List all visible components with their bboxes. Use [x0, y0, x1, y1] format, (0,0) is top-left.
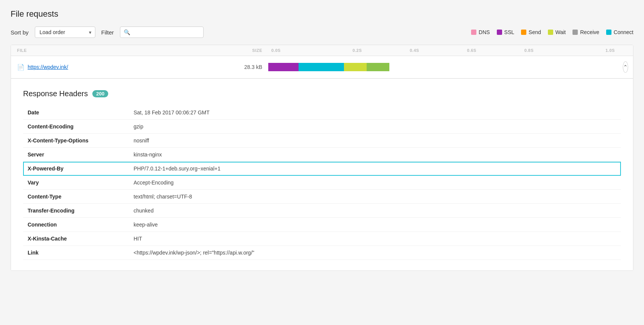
ssl-dot — [497, 30, 502, 35]
header-value: gzip — [129, 120, 621, 134]
file-size: 28.3 kB — [230, 59, 268, 75]
tick-0: 0.0s — [271, 48, 328, 53]
bar-receive — [367, 63, 389, 71]
response-headers-heading: Response Headers 200 — [23, 89, 621, 98]
ssl-label: SSL — [504, 29, 514, 35]
legend-item-send: Send — [521, 29, 541, 35]
status-badge: 200 — [92, 90, 108, 97]
file-column-header: FILE — [11, 48, 230, 53]
header-value: chunked — [129, 204, 621, 218]
table-header: FILE SIZE 0.0s 0.2s 0.4s 0.6s 0.8s 1.0s — [11, 45, 633, 56]
header-row: X-Powered-ByPHP/7.0.12-1+deb.sury.org~xe… — [23, 162, 621, 176]
header-name: Link — [23, 246, 129, 260]
header-name: Date — [23, 106, 129, 120]
headers-table: DateSat, 18 Feb 2017 00:06:27 GMTContent… — [23, 106, 621, 260]
dns-label: DNS — [479, 29, 490, 35]
header-name: Content-Type — [23, 190, 129, 204]
bar-ssl — [268, 63, 299, 71]
header-name: Vary — [23, 176, 129, 190]
header-row: Content-Encodinggzip — [23, 120, 621, 134]
wait-dot — [548, 30, 553, 35]
connect-label: Connect — [614, 29, 633, 35]
header-name: Server — [23, 148, 129, 162]
timeline-column-header: 0.0s 0.2s 0.4s 0.6s 0.8s 1.0s — [268, 48, 618, 53]
header-row: VaryAccept-Encoding — [23, 176, 621, 190]
tick-2: 0.4s — [386, 48, 443, 53]
page-wrapper: File requests Sort by Load order Size Du… — [0, 0, 644, 325]
bar-wait — [344, 63, 367, 71]
header-value: HIT — [129, 232, 621, 246]
header-row: Connectionkeep-alive — [23, 218, 621, 232]
header-value: kinsta-nginx — [129, 148, 621, 162]
header-name: Connection — [23, 218, 129, 232]
filter-label: Filter — [101, 29, 114, 36]
header-value: Sat, 18 Feb 2017 00:06:27 GMT — [129, 106, 621, 120]
header-name: X-Content-Type-Options — [23, 134, 129, 148]
header-value: nosniff — [129, 134, 621, 148]
header-row: Serverkinsta-nginx — [23, 148, 621, 162]
header-row: Link<https://wpdev.ink/wp-json/>; rel="h… — [23, 246, 621, 260]
page-title: File requests — [11, 9, 633, 19]
expanded-section: Response Headers 200 DateSat, 18 Feb 201… — [11, 78, 633, 270]
size-column-header: SIZE — [230, 48, 268, 53]
search-icon: 🔍 — [124, 29, 130, 35]
header-name: Transfer-Encoding — [23, 204, 129, 218]
file-cell: 📄 https://wpdev.ink/ — [11, 58, 230, 76]
bars-container — [268, 62, 389, 72]
file-icon: 📄 — [17, 64, 25, 71]
connect-dot — [606, 30, 611, 35]
header-row: Transfer-Encodingchunked — [23, 204, 621, 218]
legend-item-connect: Connect — [606, 29, 633, 35]
header-row: Content-Typetext/html; charset=UTF-8 — [23, 190, 621, 204]
file-link[interactable]: https://wpdev.ink/ — [28, 64, 68, 70]
table-row: 📄 https://wpdev.ink/ 28.3 kB ⌃ — [11, 56, 633, 78]
header-value: text/html; charset=UTF-8 — [129, 190, 621, 204]
sort-select-wrapper: Load order Size Duration Start time — [35, 27, 95, 38]
filter-input[interactable] — [120, 27, 204, 38]
collapse-button[interactable]: ⌃ — [623, 61, 628, 73]
header-value: PHP/7.0.12-1+deb.sury.org~xenial+1 — [129, 162, 621, 176]
bar-connect — [299, 63, 344, 71]
tick-5: 1.0s — [558, 48, 615, 53]
receive-dot — [572, 30, 578, 35]
header-name: X-Powered-By — [23, 162, 129, 176]
legend-item-ssl: SSL — [497, 29, 514, 35]
tick-3: 0.6s — [443, 48, 500, 53]
file-requests-table: FILE SIZE 0.0s 0.2s 0.4s 0.6s 0.8s 1.0s … — [11, 45, 633, 271]
timeline-cell — [268, 58, 618, 77]
legend: DNS SSL Send Wait Receive Connect — [471, 29, 633, 35]
wait-label: Wait — [555, 29, 566, 35]
legend-item-dns: DNS — [471, 29, 490, 35]
legend-item-receive: Receive — [572, 29, 599, 35]
tick-4: 0.8s — [500, 48, 557, 53]
header-value: keep-alive — [129, 218, 621, 232]
header-row: DateSat, 18 Feb 2017 00:06:27 GMT — [23, 106, 621, 120]
sort-select[interactable]: Load order Size Duration Start time — [35, 27, 95, 38]
send-label: Send — [529, 29, 541, 35]
header-name: Content-Encoding — [23, 120, 129, 134]
tick-1: 0.2s — [328, 48, 386, 53]
send-dot — [521, 30, 526, 35]
header-name: X-Kinsta-Cache — [23, 232, 129, 246]
header-row: X-Kinsta-CacheHIT — [23, 232, 621, 246]
chevron-cell: ⌃ — [618, 56, 633, 78]
response-headers-label: Response Headers — [23, 89, 88, 98]
toolbar: Sort by Load order Size Duration Start t… — [11, 27, 633, 38]
dns-dot — [471, 30, 476, 35]
legend-item-wait: Wait — [548, 29, 566, 35]
header-row: X-Content-Type-Optionsnosniff — [23, 134, 621, 148]
filter-input-wrapper: 🔍 — [120, 27, 204, 38]
receive-label: Receive — [580, 29, 599, 35]
header-value: Accept-Encoding — [129, 176, 621, 190]
sort-label: Sort by — [11, 29, 29, 36]
header-value: <https://wpdev.ink/wp-json/>; rel="https… — [129, 246, 621, 260]
